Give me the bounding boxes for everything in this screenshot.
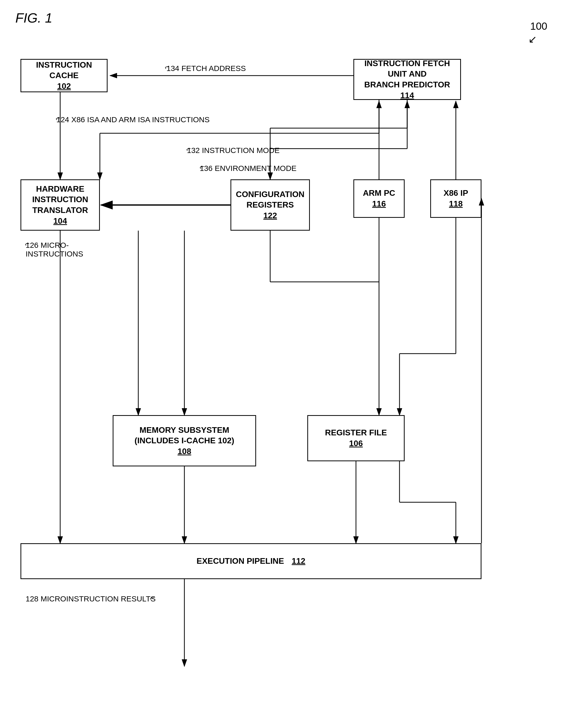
reg-line1: REGISTER FILE: [325, 427, 387, 438]
mem-ref: 108: [177, 446, 191, 457]
environment-mode-label: 136 ENVIRONMENT MODE: [200, 164, 297, 173]
arm-pc-line1: ARM PC: [363, 188, 395, 199]
mem-line1: MEMORY SUBSYSTEM: [140, 425, 229, 436]
x86-arm-isa-label: 124 X86 ISA AND ARM ISA INSTRUCTIONS: [56, 115, 210, 124]
instruction-mode-label: 132 INSTRUCTION MODE: [187, 146, 280, 155]
cfg-ref: 122: [263, 210, 277, 221]
fetch-address-label: 134 FETCH ADDRESS: [166, 64, 246, 73]
diagram-arrows: [0, 0, 578, 728]
hardware-translator-box: HARDWARE INSTRUCTION TRANSLATOR 104: [21, 179, 100, 231]
exec-ref: 112: [292, 556, 305, 567]
hw-line3: TRANSLATOR: [32, 205, 88, 216]
hw-ref: 104: [53, 216, 67, 227]
hw-line1: HARDWARE: [36, 184, 84, 194]
x86-ip-line1: X86 IP: [444, 188, 468, 199]
config-registers-box: CONFIGURATION REGISTERS 122: [230, 179, 310, 231]
x86-ip-ref: 118: [449, 199, 463, 209]
instruction-cache-label: INSTRUCTION CACHE: [24, 60, 104, 81]
arm-pc-ref: 116: [372, 199, 386, 209]
instruction-cache-box: INSTRUCTION CACHE 102: [21, 59, 108, 92]
register-file-box: REGISTER FILE 106: [307, 415, 405, 461]
cfg-line2: REGISTERS: [247, 200, 294, 210]
micro-instructions-label: 126 MICRO- INSTRUCTIONS: [26, 241, 83, 258]
hw-line2: INSTRUCTION: [32, 194, 88, 205]
cfg-line1: CONFIGURATION: [236, 189, 304, 200]
execution-pipeline-box: EXECUTION PIPELINE 112: [21, 543, 481, 579]
ref-number: 100: [530, 21, 547, 32]
exec-line1: EXECUTION PIPELINE: [197, 556, 284, 567]
mem-line2: (INCLUDES I-CACHE 102): [134, 435, 234, 446]
instruction-cache-ref: 102: [57, 81, 71, 92]
reg-ref: 106: [349, 438, 363, 449]
arm-pc-box: ARM PC 116: [353, 179, 405, 218]
fig-label: FIG. 1: [16, 10, 52, 26]
microinstruction-results-label: 128 MICROINSTRUCTION RESULTS: [26, 595, 156, 603]
x86-ip-box: X86 IP 118: [430, 179, 481, 218]
ifu-ref: 114: [400, 90, 414, 101]
ifu-line2: BRANCH PREDICTOR: [364, 79, 450, 90]
ifu-line1: INSTRUCTION FETCH UNIT AND: [357, 58, 458, 79]
memory-subsystem-box: MEMORY SUBSYSTEM (INCLUDES I-CACHE 102) …: [113, 415, 256, 466]
ref-arrow: ↙: [528, 33, 537, 45]
ifu-bp-box: INSTRUCTION FETCH UNIT AND BRANCH PREDIC…: [353, 59, 461, 100]
